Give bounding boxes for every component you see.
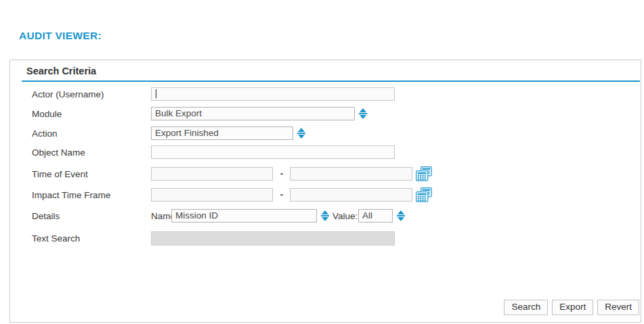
header-divider bbox=[22, 80, 640, 82]
impact-time-frame-from-input[interactable] bbox=[151, 188, 273, 202]
impact-time-frame-to-input[interactable] bbox=[290, 188, 412, 202]
calendar-icon[interactable] bbox=[416, 187, 432, 202]
time-of-event-label: Time of Event bbox=[32, 169, 88, 179]
details-value-select-value: All bbox=[362, 210, 372, 221]
details-value-select[interactable]: All bbox=[358, 209, 393, 223]
module-row: Module Bulk Export bbox=[10, 107, 641, 122]
time-of-event-row: Time of Event - bbox=[10, 167, 641, 182]
time-of-event-to-input[interactable] bbox=[290, 167, 412, 181]
action-select[interactable]: Export Finished bbox=[151, 126, 293, 140]
object-name-row: Object Name bbox=[10, 145, 641, 160]
search-criteria-panel: Search Criteria Actor (Username) Module … bbox=[9, 60, 641, 323]
export-button[interactable]: Export bbox=[552, 300, 593, 315]
date-range-separator: - bbox=[275, 168, 288, 179]
spinner-updown-icon[interactable] bbox=[358, 108, 367, 119]
text-search-input-disabled bbox=[151, 231, 395, 246]
action-select-value: Export Finished bbox=[155, 128, 219, 138]
actor-username-input[interactable] bbox=[151, 87, 395, 101]
details-row: Details Name: Mission ID Value: All bbox=[10, 209, 641, 224]
action-row: Action Export Finished bbox=[10, 126, 641, 141]
page-title: AUDIT VIEWER: bbox=[19, 30, 102, 42]
spinner-updown-icon[interactable] bbox=[396, 210, 405, 221]
time-of-event-from-input[interactable] bbox=[151, 167, 273, 181]
revert-button[interactable]: Revert bbox=[597, 300, 639, 315]
spinner-updown-icon[interactable] bbox=[297, 128, 305, 139]
impact-time-frame-label: Impact Time Frame bbox=[32, 190, 110, 200]
actor-row: Actor (Username) bbox=[10, 87, 641, 102]
details-value-label: Value: bbox=[332, 211, 358, 221]
search-button[interactable]: Search bbox=[504, 300, 548, 315]
panel-title: Search Criteria bbox=[26, 66, 96, 76]
actor-label: Actor (Username) bbox=[32, 89, 104, 99]
text-search-label: Text Search bbox=[32, 233, 80, 244]
module-select[interactable]: Bulk Export bbox=[151, 107, 355, 120]
action-buttons: Search Export Revert bbox=[504, 300, 639, 315]
object-name-label: Object Name bbox=[32, 147, 85, 158]
text-caret bbox=[156, 89, 156, 98]
spinner-updown-icon[interactable] bbox=[320, 210, 329, 221]
details-label: Details bbox=[32, 211, 60, 221]
module-select-value: Bulk Export bbox=[155, 108, 202, 118]
calendar-icon[interactable] bbox=[416, 166, 432, 181]
details-name-select-value: Mission ID bbox=[175, 210, 218, 221]
object-name-input[interactable] bbox=[151, 145, 395, 159]
module-label: Module bbox=[32, 109, 62, 119]
details-name-select[interactable]: Mission ID bbox=[171, 209, 317, 223]
date-range-separator: - bbox=[275, 189, 288, 200]
action-label: Action bbox=[32, 129, 58, 139]
text-search-row: Text Search bbox=[10, 231, 641, 246]
impact-time-frame-row: Impact Time Frame - bbox=[10, 188, 641, 203]
